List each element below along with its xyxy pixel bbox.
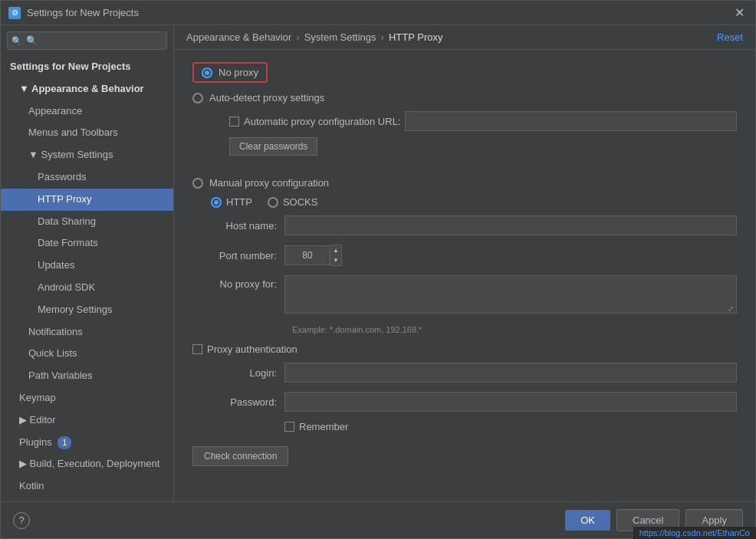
search-input[interactable] xyxy=(7,31,167,50)
port-decrement[interactable]: ▼ xyxy=(330,255,341,265)
password-label: Password: xyxy=(192,396,284,408)
no-proxy-radio[interactable] xyxy=(202,67,212,78)
sidebar-item-http-proxy[interactable]: HTTP Proxy xyxy=(1,189,173,211)
port-row: Port number: 80 ▲ ▼ xyxy=(192,245,737,266)
manual-proxy-label: Manual proxy configuration xyxy=(209,177,329,189)
reset-button[interactable]: Reset xyxy=(717,31,743,43)
breadcrumb: Appearance & Behavior › System Settings … xyxy=(186,31,443,43)
no-proxy-label: No proxy xyxy=(219,67,258,78)
plugins-label: Plugins xyxy=(19,436,52,448)
title-bar: ⚙ Settings for New Projects ✕ xyxy=(1,1,755,25)
port-input[interactable]: 80 xyxy=(284,245,330,265)
hostname-row: Host name: xyxy=(192,215,737,235)
sidebar-item-plugins[interactable]: Plugins 1 xyxy=(1,432,173,454)
port-increment[interactable]: ▲ xyxy=(330,245,341,255)
sidebar-item-system-settings[interactable]: ▼ System Settings xyxy=(1,144,173,166)
login-input[interactable] xyxy=(284,363,737,383)
sidebar-item-keymap[interactable]: Keymap xyxy=(1,387,173,409)
breadcrumb-item-1: Appearance & Behavior xyxy=(186,31,291,43)
port-label: Port number: xyxy=(192,250,284,261)
expand-icon: ⤢ xyxy=(728,304,734,313)
settings-window: ⚙ Settings for New Projects ✕ 🔍 Settings… xyxy=(0,0,756,539)
password-input[interactable] xyxy=(284,392,737,412)
auto-url-label: Automatic proxy configuration URL: xyxy=(244,116,400,127)
http-label: HTTP xyxy=(226,196,252,208)
sidebar-item-editor[interactable]: ▶ Editor xyxy=(1,409,173,432)
breadcrumb-item-2: System Settings xyxy=(304,31,376,43)
socks-label: SOCKS xyxy=(283,196,318,208)
socks-radio[interactable] xyxy=(268,197,278,208)
help-button[interactable]: ? xyxy=(13,512,30,529)
sidebar-item-path-variables[interactable]: Path Variables xyxy=(1,365,173,387)
sidebar-item-quick-lists[interactable]: Quick Lists xyxy=(1,343,173,365)
manual-proxy-row: Manual proxy configuration xyxy=(192,177,737,189)
password-row: Password: xyxy=(192,392,737,412)
plugins-badge: 1 xyxy=(58,436,71,450)
proxy-auth-checkbox[interactable] xyxy=(192,344,202,354)
no-proxy-row: No proxy xyxy=(192,62,737,83)
proxy-auth-row: Proxy authentication xyxy=(192,343,737,355)
login-row: Login: xyxy=(192,363,737,383)
login-label: Login: xyxy=(192,367,284,379)
settings-panel: No proxy Auto-detect proxy settings Auto… xyxy=(174,50,755,501)
host-input[interactable] xyxy=(284,215,737,235)
no-proxy-for-input[interactable] xyxy=(284,275,737,314)
sidebar-item-updates[interactable]: Updates xyxy=(1,255,173,277)
sidebar-item-build-exec[interactable]: ▶ Build, Execution, Deployment xyxy=(1,453,173,475)
sidebar-item-appearance-behavior[interactable]: ▼ Appearance & Behavior xyxy=(1,78,173,100)
breadcrumb-bar: Appearance & Behavior › System Settings … xyxy=(174,25,755,50)
no-proxy-for-row: No proxy for: ⤢ xyxy=(192,275,737,316)
port-input-wrap: 80 ▲ ▼ xyxy=(284,245,342,266)
protocol-row: HTTP SOCKS xyxy=(192,196,737,208)
search-box: 🔍 xyxy=(7,31,167,50)
example-text: Example: *.domain.com, 192.168.* xyxy=(292,325,737,334)
search-icon: 🔍 xyxy=(12,36,22,46)
sidebar-item-date-formats[interactable]: Date Formats xyxy=(1,232,173,255)
sidebar-item-kotlin[interactable]: Kotlin xyxy=(1,475,173,498)
manual-proxy-radio[interactable] xyxy=(192,178,203,189)
auto-url-checkbox[interactable] xyxy=(229,117,239,127)
sidebar: 🔍 Settings for New Projects ▼ Appearance… xyxy=(1,25,174,501)
http-radio[interactable] xyxy=(211,197,222,208)
check-connection-button[interactable]: Check connection xyxy=(192,446,288,466)
sidebar-item-settings-root[interactable]: Settings for New Projects xyxy=(1,56,173,78)
auto-detect-row: Auto-detect proxy settings xyxy=(192,92,737,104)
host-label: Host name: xyxy=(192,220,284,232)
sidebar-item-menus-toolbars[interactable]: Menus and Toolbars xyxy=(1,122,173,144)
check-connection-wrap: Check connection xyxy=(192,440,737,466)
breadcrumb-sep-2: › xyxy=(381,31,384,43)
content-area: Appearance & Behavior › System Settings … xyxy=(174,25,755,501)
no-proxy-textarea-wrap: ⤢ xyxy=(284,275,737,316)
close-button[interactable]: ✕ xyxy=(731,5,748,20)
sidebar-item-appearance[interactable]: Appearance xyxy=(1,100,173,123)
sidebar-item-memory-settings[interactable]: Memory Settings xyxy=(1,299,173,321)
auto-url-input[interactable] xyxy=(405,111,737,131)
port-spinner: ▲ ▼ xyxy=(330,245,342,266)
window-title: Settings for New Projects xyxy=(27,7,731,18)
remember-checkbox[interactable] xyxy=(284,422,294,432)
sidebar-item-notifications[interactable]: Notifications xyxy=(1,321,173,343)
no-proxy-for-label: No proxy for: xyxy=(192,275,284,290)
url-bar: https://blog.csdn.net/EthanCo xyxy=(633,527,756,539)
breadcrumb-item-3: HTTP Proxy xyxy=(389,31,443,43)
app-icon: ⚙ xyxy=(8,7,21,19)
sidebar-item-data-sharing[interactable]: Data Sharing xyxy=(1,211,173,233)
sidebar-item-android-sdk[interactable]: Android SDK xyxy=(1,277,173,299)
breadcrumb-sep-1: › xyxy=(296,31,299,43)
proxy-auth-label: Proxy authentication xyxy=(207,343,297,355)
sidebar-item-passwords[interactable]: Passwords xyxy=(1,166,173,189)
main-content: 🔍 Settings for New Projects ▼ Appearance… xyxy=(1,25,755,501)
remember-row: Remember xyxy=(284,421,737,432)
ok-button[interactable]: OK xyxy=(565,510,610,531)
clear-passwords-button[interactable]: Clear passwords xyxy=(229,137,317,156)
remember-label: Remember xyxy=(299,421,348,432)
auto-detect-label: Auto-detect proxy settings xyxy=(209,92,324,104)
auto-detect-radio[interactable] xyxy=(192,93,203,104)
auto-url-row: Automatic proxy configuration URL: xyxy=(211,111,737,131)
